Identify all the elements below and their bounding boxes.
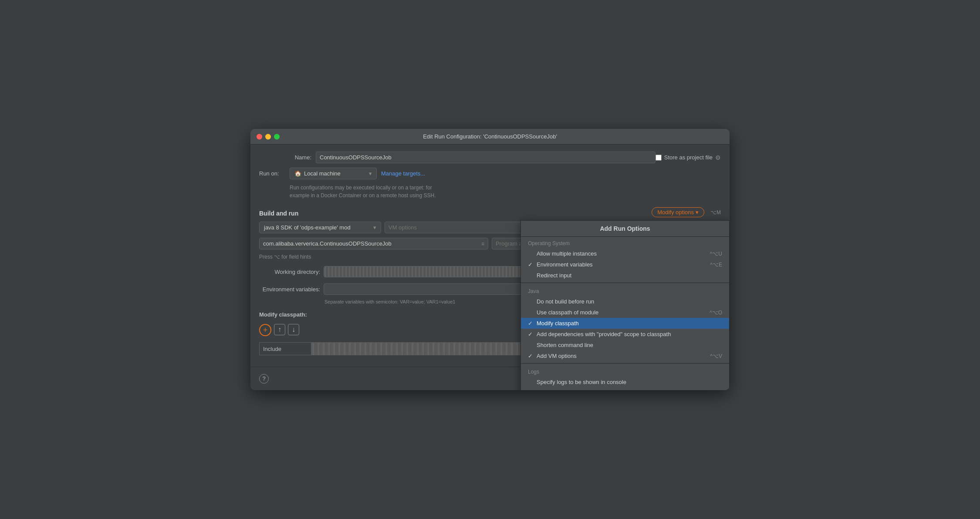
build-and-run-title: Build and run bbox=[259, 210, 298, 217]
close-button[interactable] bbox=[257, 134, 262, 139]
move-up-button[interactable]: ↑ bbox=[274, 324, 285, 335]
add-vm-options-label: Add VM options bbox=[537, 353, 577, 359]
name-input[interactable] bbox=[316, 152, 656, 163]
specify-logs-label: Specify logs to be shown in console bbox=[537, 379, 626, 385]
add-dependencies-label: Add dependencies with "provided" scope t… bbox=[537, 331, 671, 337]
classpath-module-label: Use classpath of module bbox=[537, 309, 598, 316]
manage-targets-link[interactable]: Manage targets... bbox=[381, 170, 425, 177]
check-env-vars: ✓ bbox=[528, 261, 534, 268]
traffic-lights bbox=[257, 134, 280, 139]
run-on-hint: Run configurations may be executed local… bbox=[290, 184, 721, 199]
shorten-cmd-label: Shorten command line bbox=[537, 342, 593, 348]
panel-title: Add Run Options bbox=[521, 221, 729, 237]
env-vars-label: Environment variables: bbox=[259, 286, 320, 293]
divider-1 bbox=[521, 283, 729, 283]
main-class-value: com.alibaba.ververica.ContinuousODPSSour… bbox=[263, 240, 392, 247]
sdk-dropdown[interactable]: java 8 SDK of 'odps-example' mod ▾ bbox=[259, 222, 381, 233]
dropdown-arrow-icon: ▾ bbox=[369, 170, 372, 177]
run-on-row: Run on: 🏠 Local machine ▾ Manage targets… bbox=[259, 168, 721, 179]
divider-2 bbox=[521, 363, 729, 364]
redirect-input-label: Redirect input bbox=[537, 272, 571, 279]
name-label: Name: bbox=[259, 154, 311, 161]
store-as-project-row: Store as project file ⚙ bbox=[656, 154, 721, 161]
allow-multiple-label: Allow multiple instances bbox=[537, 250, 597, 257]
run-on-label: Run on: bbox=[259, 170, 285, 177]
panel-item-add-vm[interactable]: ✓ Add VM options ^⌥V bbox=[521, 350, 729, 361]
chevron-down-icon: ▾ bbox=[696, 209, 699, 216]
java-section-label: Java bbox=[521, 285, 729, 296]
add-vm-shortcut: ^⌥V bbox=[710, 353, 722, 359]
local-machine-icon: 🏠 bbox=[294, 170, 301, 177]
store-as-project-checkbox[interactable] bbox=[656, 155, 662, 161]
os-section-label: Operating System bbox=[521, 237, 729, 248]
panel-item-save-console[interactable]: Save console output to file bbox=[521, 388, 729, 390]
working-dir-label: Working directory: bbox=[259, 269, 320, 275]
panel-item-redirect-input[interactable]: Redirect input bbox=[521, 270, 729, 281]
modify-options-button[interactable]: Modify options ▾ bbox=[652, 207, 704, 217]
name-field-row: Name: bbox=[259, 152, 656, 163]
panel-item-add-dependencies[interactable]: ✓ Add dependencies with "provided" scope… bbox=[521, 329, 729, 340]
env-vars-option-label: Environment variables bbox=[537, 261, 593, 268]
modify-options-label: Modify options bbox=[657, 209, 694, 216]
modify-classpath-label: Modify classpath bbox=[537, 320, 579, 327]
panel-item-specify-logs[interactable]: Specify logs to be shown in console bbox=[521, 377, 729, 388]
add-classpath-button[interactable]: + bbox=[259, 324, 271, 336]
main-class-field[interactable]: com.alibaba.ververica.ContinuousODPSSour… bbox=[259, 238, 488, 249]
check-add-vm: ✓ bbox=[528, 353, 534, 359]
panel-item-allow-multiple[interactable]: Allow multiple instances ^⌥U bbox=[521, 248, 729, 259]
logs-section-label: Logs bbox=[521, 365, 729, 377]
run-config-dialog: Edit Run Configuration: 'ContinuousODPSS… bbox=[250, 129, 730, 390]
run-on-dropdown[interactable]: 🏠 Local machine ▾ bbox=[290, 168, 377, 179]
panel-item-shorten-cmd[interactable]: Shorten command line bbox=[521, 340, 729, 350]
check-modify-classpath: ✓ bbox=[528, 320, 534, 327]
include-cell: Include bbox=[259, 342, 311, 355]
panel-item-modify-classpath[interactable]: ✓ Modify classpath bbox=[521, 318, 729, 329]
env-vars-shortcut: ^⌥E bbox=[710, 262, 722, 268]
name-row: Name: Store as project file ⚙ bbox=[259, 152, 721, 163]
browse-icon[interactable]: ≡ bbox=[481, 241, 484, 247]
minimize-button[interactable] bbox=[265, 134, 271, 139]
move-down-button[interactable]: ↓ bbox=[288, 324, 299, 335]
title-bar: Edit Run Configuration: 'ContinuousODPSS… bbox=[250, 129, 730, 145]
help-button[interactable]: ? bbox=[259, 374, 269, 384]
panel-item-no-build[interactable]: Do not build before run bbox=[521, 296, 729, 307]
store-as-project-label: Store as project file bbox=[664, 154, 713, 161]
gear-icon[interactable]: ⚙ bbox=[715, 154, 721, 161]
allow-multiple-shortcut: ^⌥U bbox=[710, 251, 722, 257]
check-add-deps: ✓ bbox=[528, 331, 534, 337]
local-machine-label: Local machine bbox=[304, 170, 341, 177]
no-build-label: Do not build before run bbox=[537, 298, 594, 305]
dialog-title: Edit Run Configuration: 'ContinuousODPSS… bbox=[423, 133, 557, 140]
modify-options-shortcut: ⌥M bbox=[710, 209, 721, 216]
classpath-module-shortcut: ^⌥O bbox=[710, 310, 722, 316]
sdk-label: java 8 SDK of 'odps-example' mod bbox=[264, 224, 351, 231]
maximize-button[interactable] bbox=[274, 134, 280, 139]
build-and-run-header: Build and run Modify options ▾ ⌥M bbox=[259, 207, 721, 217]
panel-item-classpath-module[interactable]: Use classpath of module ^⌥O bbox=[521, 307, 729, 318]
include-label: Include bbox=[263, 346, 281, 352]
save-console-label: Save console output to file bbox=[537, 390, 603, 390]
panel-item-env-vars[interactable]: ✓ Environment variables ^⌥E bbox=[521, 259, 729, 270]
add-run-options-panel: Add Run Options Operating System Allow m… bbox=[520, 220, 730, 390]
sdk-arrow-icon: ▾ bbox=[373, 224, 376, 231]
